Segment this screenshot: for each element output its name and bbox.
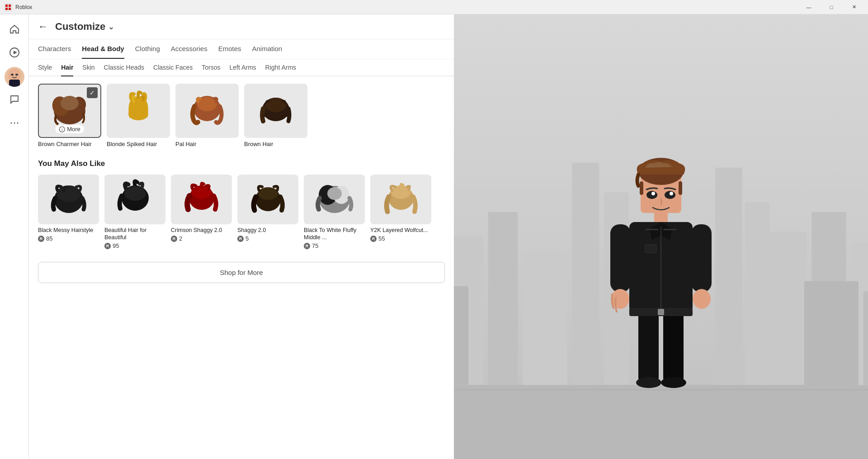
- suggest-item-beautiful-hair[interactable]: Beautiful Hair for Beautiful R 95: [104, 175, 165, 250]
- sidebar-item-play[interactable]: [4, 42, 25, 63]
- nav-item-head-body[interactable]: Head & Body: [82, 39, 124, 59]
- svg-point-86: [661, 377, 686, 388]
- svg-rect-50: [488, 212, 518, 385]
- sub-nav-torsos[interactable]: Torsos: [202, 59, 220, 76]
- svg-rect-52: [764, 232, 807, 385]
- nav-item-accessories[interactable]: Accessories: [171, 39, 208, 59]
- app-body: ← Customize ⌄ Characters Head & Body Clo…: [0, 14, 868, 459]
- suggest-name-crimson-shaggy: Crimson Shaggy 2.0: [171, 227, 232, 234]
- hair-thumb-blonde-spiked: [107, 84, 170, 138]
- nav-item-emotes[interactable]: Emotes: [218, 39, 241, 59]
- sidebar-item-chat[interactable]: [4, 89, 25, 110]
- sub-nav-classic-faces[interactable]: Classic Faces: [153, 59, 193, 76]
- svg-point-7: [8, 69, 21, 81]
- svg-point-68: [665, 191, 675, 199]
- more-label: More: [67, 126, 80, 132]
- hair-thumb-brown: [244, 84, 307, 138]
- sub-nav-left-arms[interactable]: Left Arms: [229, 59, 256, 76]
- svg-point-12: [14, 123, 15, 124]
- svg-rect-75: [645, 245, 656, 253]
- price-value: 85: [46, 235, 52, 242]
- svg-point-13: [17, 123, 18, 124]
- svg-rect-84: [658, 309, 664, 315]
- hair-thumb-pal: [175, 84, 239, 138]
- suggest-item-black-messy[interactable]: Black Messy Hairstyle R 85: [38, 175, 99, 250]
- svg-point-11: [10, 123, 12, 124]
- hair-thumb-brown-charmer: ✓ i More: [38, 84, 101, 138]
- svg-rect-81: [638, 310, 659, 383]
- robux-icon-3: R: [171, 236, 177, 242]
- svg-rect-8: [9, 80, 20, 87]
- sidebar-item-home[interactable]: [4, 18, 25, 40]
- hair-item-brown-charmer[interactable]: ✓ i More Brown Charmer Hair: [38, 84, 101, 148]
- svg-rect-51: [523, 251, 567, 385]
- suggest-name-y2k-wolfcut: Y2K Layered Wolfcut...: [370, 227, 431, 234]
- svg-point-9: [11, 74, 14, 76]
- svg-rect-56: [804, 281, 859, 385]
- svg-point-70: [670, 192, 673, 195]
- svg-rect-61: [745, 202, 770, 385]
- suggest-name-black-messy: Black Messy Hairstyle: [38, 227, 99, 234]
- svg-rect-73: [645, 229, 659, 230]
- suggest-price-black-white-fluffy: R 75: [304, 242, 365, 249]
- svg-rect-74: [663, 229, 677, 230]
- nav-item-animation[interactable]: Animation: [252, 39, 282, 59]
- svg-rect-79: [691, 224, 712, 292]
- suggest-price-y2k-wolfcut: R 55: [370, 235, 431, 242]
- shop-for-more-button[interactable]: Shop for More: [38, 262, 445, 283]
- nav-item-characters[interactable]: Characters: [38, 39, 71, 59]
- recommendations-title: You May Also Like: [38, 159, 445, 168]
- customize-title: Customize ⌄: [55, 21, 114, 33]
- suggestions-grid: Black Messy Hairstyle R 85: [38, 175, 445, 250]
- svg-rect-71: [654, 212, 668, 223]
- sub-nav-style[interactable]: Style: [38, 59, 52, 76]
- suggest-item-crimson-shaggy[interactable]: Crimson Shaggy 2.0 R 2: [171, 175, 232, 250]
- robux-icon-5: R: [304, 243, 310, 249]
- suggest-thumb-black-messy: [38, 175, 99, 224]
- suggest-price-beautiful-hair: R 95: [104, 242, 165, 249]
- hair-item-brown[interactable]: Brown Hair: [244, 84, 307, 148]
- sidebar-item-more[interactable]: [4, 112, 25, 134]
- suggest-item-black-white-fluffy[interactable]: Black To White Fluffy Middle ... R 75: [304, 175, 365, 250]
- svg-point-36: [327, 187, 342, 200]
- suggest-item-shaggy[interactable]: Shaggy 2.0 R 5: [237, 175, 298, 250]
- suggest-item-y2k-wolfcut[interactable]: Y2K Layered Wolfcut... R 55: [370, 175, 431, 250]
- svg-point-20: [128, 108, 148, 120]
- nav-item-clothing[interactable]: Clothing: [135, 39, 160, 59]
- minimize-button[interactable]: —: [798, 0, 819, 14]
- robux-icon-2: R: [104, 243, 111, 249]
- suggest-price-shaggy: R 5: [237, 235, 298, 242]
- robux-icon-6: R: [370, 236, 377, 242]
- svg-point-85: [636, 377, 661, 388]
- suggest-thumb-y2k-wolfcut: [370, 175, 431, 224]
- roblox-logo-icon: [4, 3, 13, 12]
- sub-navigation: Style Hair Skin Classic Heads Classic Fa…: [29, 59, 454, 76]
- price-value-2: 95: [113, 242, 119, 249]
- price-value-5: 75: [312, 242, 318, 249]
- hair-item-pal[interactable]: Pal Hair: [175, 84, 239, 148]
- more-badge: i More: [55, 125, 84, 133]
- title-text: Customize: [55, 21, 105, 33]
- title-dropdown-icon[interactable]: ⌄: [108, 23, 114, 31]
- suggest-thumb-crimson-shaggy: [171, 175, 232, 224]
- hair-item-blonde-spiked[interactable]: Blonde Spiked Hair: [107, 84, 170, 148]
- back-button[interactable]: ←: [38, 21, 48, 33]
- hair-name-pal: Pal Hair: [175, 141, 239, 148]
- suggest-name-shaggy: Shaggy 2.0: [237, 227, 298, 234]
- svg-rect-77: [610, 224, 631, 292]
- sub-nav-skin[interactable]: Skin: [82, 59, 94, 76]
- maximize-button[interactable]: □: [821, 0, 842, 14]
- sub-nav-right-arms[interactable]: Right Arms: [265, 59, 296, 76]
- customize-header: ← Customize ⌄: [29, 14, 454, 39]
- sidebar-item-avatar[interactable]: [5, 67, 24, 87]
- titlebar: Roblox — □ ✕: [0, 0, 868, 14]
- svg-point-67: [646, 191, 657, 199]
- window-controls: — □ ✕: [798, 0, 864, 14]
- svg-point-28: [124, 186, 146, 201]
- sub-nav-classic-heads[interactable]: Classic Heads: [104, 59, 144, 76]
- close-button[interactable]: ✕: [844, 0, 864, 14]
- sub-nav-hair[interactable]: Hair: [61, 59, 73, 76]
- svg-rect-4: [9, 8, 11, 10]
- top-navigation: Characters Head & Body Clothing Accessor…: [29, 39, 454, 59]
- icon-sidebar: [0, 14, 29, 459]
